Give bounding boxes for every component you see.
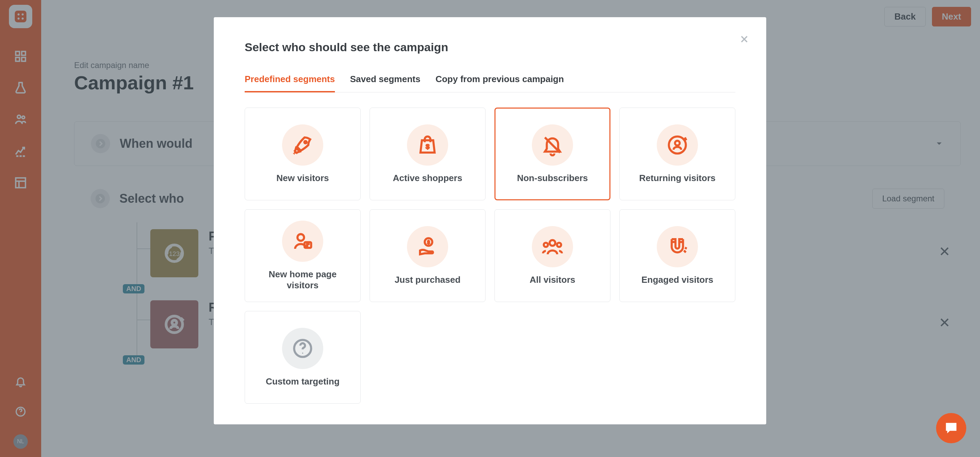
users-group-icon [532, 226, 573, 267]
card-custom-targeting[interactable]: Custom targeting [245, 311, 361, 404]
card-engaged-visitors[interactable]: Engaged visitors [619, 209, 735, 302]
card-non-subscribers[interactable]: Non-subscribers [495, 107, 611, 200]
svg-point-32 [302, 353, 303, 353]
card-label: Non-subscribers [517, 173, 588, 184]
question-icon [282, 328, 323, 369]
svg-point-23 [675, 141, 680, 145]
segment-modal: Select who should see the campaign Prede… [214, 17, 766, 424]
card-new-visitors[interactable]: New visitors [245, 107, 361, 200]
card-active-shoppers[interactable]: $ Active shoppers [369, 107, 485, 200]
card-label: Engaged visitors [641, 274, 713, 286]
modal-tabs: Predefined segments Saved segments Copy … [245, 74, 735, 93]
card-label: All visitors [530, 274, 576, 286]
returning-user-icon [657, 125, 698, 166]
tab-predefined-segments[interactable]: Predefined segments [245, 74, 335, 92]
card-label: New home page visitors [252, 269, 353, 291]
user-message-icon [282, 221, 323, 262]
tab-saved-segments[interactable]: Saved segments [350, 74, 420, 92]
svg-point-24 [298, 234, 304, 241]
card-label: Just purchased [395, 274, 460, 286]
svg-point-29 [544, 243, 548, 247]
card-returning-visitors[interactable]: Returning visitors [619, 107, 735, 200]
tab-copy-previous[interactable]: Copy from previous campaign [436, 74, 564, 92]
card-label: Custom targeting [266, 376, 339, 387]
card-label: Active shoppers [393, 173, 462, 184]
svg-point-28 [550, 240, 555, 246]
svg-text:$: $ [427, 240, 430, 245]
svg-point-20 [304, 141, 307, 143]
bell-off-icon [532, 125, 573, 166]
chat-launcher[interactable] [936, 413, 966, 443]
rocket-icon [282, 125, 323, 166]
card-label: Returning visitors [639, 173, 716, 184]
modal-overlay[interactable]: Select who should see the campaign Prede… [0, 0, 980, 457]
card-label: New visitors [276, 173, 329, 184]
card-all-visitors[interactable]: All visitors [495, 209, 611, 302]
card-new-home-page-visitors[interactable]: New home page visitors [245, 209, 361, 302]
shopping-bag-icon: $ [407, 125, 448, 166]
svg-point-30 [557, 243, 561, 247]
magnet-icon [657, 226, 698, 267]
modal-title: Select who should see the campaign [245, 40, 735, 54]
card-just-purchased[interactable]: $ Just purchased [369, 209, 485, 302]
segment-cards: New visitors $ Active shoppers Non-subsc… [245, 107, 735, 404]
hand-coin-icon: $ [407, 226, 448, 267]
close-button[interactable] [740, 34, 749, 44]
svg-text:$: $ [426, 143, 430, 150]
